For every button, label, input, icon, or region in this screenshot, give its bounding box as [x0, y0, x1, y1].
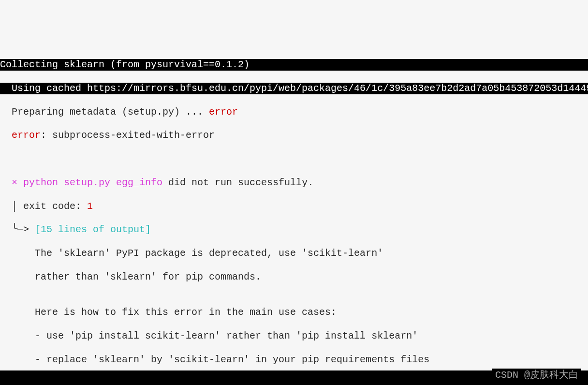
error-line: error: subprocess-exited-with-error: [0, 130, 588, 141]
error-label: error: [0, 130, 41, 141]
exit-code-label: exit code:: [17, 201, 87, 212]
body-4: - use 'pip install scikit-learn' rather …: [0, 330, 588, 342]
preparing-line: Preparing metadata (setup.py) ... error: [0, 106, 588, 118]
terminal-output: Collecting sklearn (from pysurvival==0.1…: [0, 47, 588, 385]
lines-output: [15 lines of output]: [29, 224, 151, 235]
blank-1: [0, 153, 588, 165]
cached-line: Using cached https://mirrors.bfsu.edu.cn…: [0, 83, 588, 94]
body-5: - replace 'sklearn' by 'scikit-learn' in…: [0, 354, 588, 366]
body-0: The 'sklearn' PyPI package is deprecated…: [0, 248, 588, 259]
exit-code-line: │ exit code: 1: [0, 201, 588, 212]
collecting-text: Collecting sklearn (from pysurvival==0.1…: [0, 59, 250, 70]
error-msg: : subprocess-exited-with-error: [41, 130, 215, 141]
exit-code-value: 1: [87, 201, 93, 212]
cached-text: Using cached https://mirrors.bfsu.edu.cn…: [0, 83, 588, 94]
pipe-char: │: [0, 201, 17, 212]
preparing-error: error: [209, 106, 238, 118]
arrow-line: ╰─> [15 lines of output]: [0, 224, 588, 236]
cross-icon: ×: [0, 177, 17, 188]
python-cmd: python setup.py egg_info: [17, 177, 162, 188]
cross-line: × python setup.py egg_info did not run s…: [0, 177, 588, 189]
collecting-line: Collecting sklearn (from pysurvival==0.1…: [0, 59, 588, 71]
arrow-char: ╰─>: [0, 224, 29, 235]
body-3: Here is how to fix this error in the mai…: [0, 307, 588, 318]
watermark: CSDN @皮肤科大白: [492, 369, 581, 382]
did-not-run: did not run successfully.: [162, 177, 313, 188]
body-1: rather than 'sklearn' for pip commands.: [0, 271, 588, 283]
preparing-text: Preparing metadata (setup.py) ...: [0, 106, 209, 118]
